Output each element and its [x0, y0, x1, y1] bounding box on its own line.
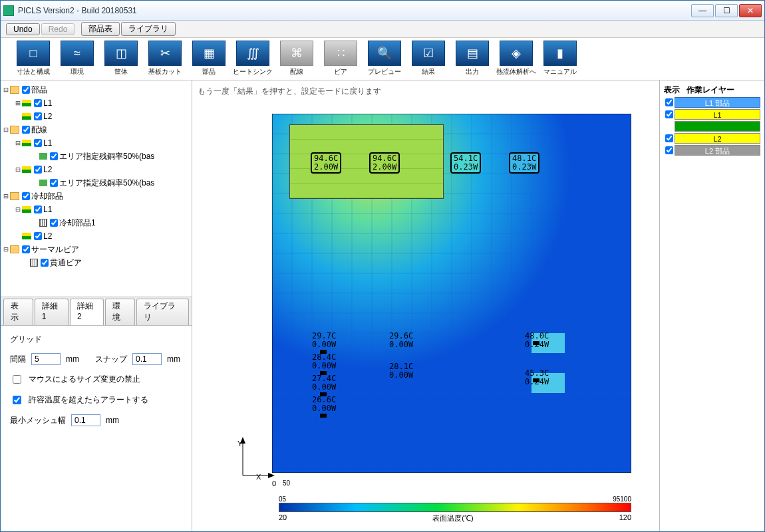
tree-checkbox[interactable]	[34, 112, 42, 120]
layer-swatch-dielectric[interactable]	[675, 121, 760, 132]
toolbar-label: 基板カット	[148, 67, 182, 76]
lock-mouse-resize-checkbox[interactable]	[13, 375, 21, 384]
layer-visible-checkbox[interactable]	[665, 98, 673, 106]
layer-swatch-l2[interactable]: L2	[675, 133, 760, 144]
tab-library[interactable]: ライブラリ	[136, 299, 189, 325]
temp-alert-checkbox[interactable]	[13, 396, 21, 404]
tree-label: L1	[43, 205, 52, 214]
component-box: 54.1C0.23W	[450, 152, 481, 174]
tree-checkbox[interactable]	[41, 259, 49, 267]
area-icon	[39, 180, 47, 186]
tree-checkbox[interactable]	[50, 219, 58, 227]
temp-label: 26.6C0.00W	[312, 396, 336, 413]
svg-marker-4	[240, 437, 245, 444]
edit-toolbar: Undo Redo 部品表 ライブラリ	[1, 21, 764, 38]
colorbar-title: 表面温度(℃)	[432, 513, 473, 523]
tree-checkbox[interactable]	[34, 139, 42, 147]
library-button[interactable]: ライブラリ	[121, 22, 176, 36]
temp-label: 28.1C0.00W	[389, 362, 413, 380]
layer-visible-checkbox[interactable]	[665, 110, 673, 118]
toolbar-icon: ◫	[104, 41, 138, 66]
detail2-panel: グリッド 間隔 mm スナップ mm マウスによるサイズ変更の禁止 許容温度を超	[1, 325, 192, 531]
toolbar-icon: ▮	[543, 41, 577, 66]
toolbar-icon: ⌘	[280, 41, 313, 66]
layer-icon	[22, 206, 31, 213]
toolbar-プレビュー[interactable]: 🔍プレビュー	[364, 39, 405, 78]
layer-visible-checkbox[interactable]	[665, 146, 673, 154]
toolbar-出力[interactable]: ▤出力	[452, 39, 493, 78]
grid-spacing-input[interactable]	[31, 353, 61, 365]
tab-detail2[interactable]: 詳細2	[70, 299, 104, 325]
toolbar-icon: ∷	[324, 41, 357, 66]
tree-checkbox[interactable]	[22, 192, 30, 200]
tree-checkbox[interactable]	[22, 245, 30, 253]
min-mesh-input[interactable]	[71, 414, 100, 426]
tree-label: L2	[43, 231, 52, 241]
heatmap: 94.6C2.00W 94.6C2.00W 54.1C0.23W 48.1C0.…	[272, 114, 631, 473]
tree-label: エリア指定残銅率50%(bas	[59, 178, 154, 189]
tab-env[interactable]: 環境	[105, 299, 135, 325]
close-button[interactable]: ✕	[739, 4, 762, 17]
toolbar-熱流体解析へ[interactable]: ◈熱流体解析へ	[496, 39, 537, 78]
left-panel: ⊟部品 ⊞L1 L2 ⊟配線 ⊟L1 エリア指定残銅率50%(bas ⊟L2 エ…	[1, 80, 192, 531]
pin-icon	[533, 378, 539, 382]
layer-panel: 表示 作業レイヤー L1 部品 L1 L2 L2 部品	[659, 80, 764, 531]
folder-icon	[10, 192, 19, 200]
tree-checkbox[interactable]	[34, 205, 42, 213]
tree-checkbox[interactable]	[34, 99, 42, 107]
via-icon	[30, 259, 38, 267]
canvas[interactable]: もう一度「結果」を押すと、設定モードに戻ります	[192, 80, 659, 531]
lock-mouse-resize-label: マウスによるサイズ変更の禁止	[29, 374, 140, 385]
toolbar-部品[interactable]: ▦部品	[188, 39, 230, 78]
toolbar-基板カット[interactable]: ✂基板カット	[144, 39, 186, 78]
tree-checkbox[interactable]	[22, 126, 30, 134]
maximize-button[interactable]: ☐	[715, 4, 738, 17]
temp-label: 28.4C0.00W	[312, 353, 336, 370]
toolbar-マニュアル[interactable]: ▮マニュアル	[539, 39, 581, 78]
tab-display[interactable]: 表示	[3, 299, 33, 325]
temp-label: 29.7C0.00W	[312, 332, 336, 349]
layer-visible-checkbox[interactable]	[665, 134, 673, 142]
tab-detail1[interactable]: 詳細1	[35, 299, 69, 325]
layer-swatch-l1parts[interactable]: L1 部品	[675, 97, 760, 108]
model-tree[interactable]: ⊟部品 ⊞L1 L2 ⊟配線 ⊟L1 エリア指定残銅率50%(bas ⊟L2 エ…	[1, 80, 192, 297]
tree-checkbox[interactable]	[50, 152, 58, 160]
temp-label: 29.6C0.00W	[389, 332, 413, 349]
layer-swatch-l1[interactable]: L1	[675, 109, 760, 120]
toolbar-ヒートシンク[interactable]: ∭ヒートシンク	[232, 39, 273, 78]
right-header-display: 表示	[664, 84, 687, 96]
panel-tabs: 表示 詳細1 詳細2 環境 ライブラリ	[1, 297, 192, 325]
layer-swatch-l2parts[interactable]: L2 部品	[675, 145, 760, 156]
minimize-button[interactable]: —	[691, 4, 714, 17]
undo-button[interactable]: Undo	[6, 23, 40, 35]
toolbar-icon: □	[17, 41, 50, 66]
toolbar-筐体[interactable]: ◫筐体	[100, 39, 142, 78]
tree-label: 冷却部品1	[59, 217, 96, 229]
window-title: PICLS Version2 - Build 20180531	[18, 6, 691, 15]
toolbar-結果[interactable]: ☑結果	[408, 39, 449, 78]
status-message: もう一度「結果」を押すと、設定モードに戻ります	[198, 86, 381, 97]
tree-checkbox[interactable]	[34, 232, 42, 240]
titlebar[interactable]: PICLS Version2 - Build 20180531 — ☐ ✕	[1, 1, 764, 21]
tree-checkbox[interactable]	[34, 166, 42, 174]
toolbar-配線[interactable]: ⌘配線	[276, 39, 317, 78]
toolbar-icon: ✂	[148, 41, 182, 66]
snap-input[interactable]	[132, 353, 162, 365]
colorbar-gradient	[279, 503, 631, 512]
tree-checkbox[interactable]	[22, 86, 30, 94]
toolbar-icon: ☑	[412, 41, 445, 66]
toolbar-寸法と構成[interactable]: □寸法と構成	[13, 39, 54, 78]
toolbar-label: ヒートシンク	[233, 67, 273, 76]
layer-icon	[22, 113, 31, 120]
tree-label: 配線	[31, 124, 47, 136]
toolbar-label: 出力	[466, 67, 479, 76]
redo-button[interactable]: Redo	[41, 23, 75, 35]
unit-mm: mm	[106, 416, 119, 425]
toolbar-ビア[interactable]: ∷ビア	[320, 39, 361, 78]
colorbar-high: 120	[619, 513, 631, 523]
toolbar-icon: 🔍	[368, 41, 401, 66]
tree-checkbox[interactable]	[50, 179, 58, 187]
folder-icon	[10, 86, 19, 94]
parts-list-button[interactable]: 部品表	[81, 22, 120, 36]
toolbar-環境[interactable]: ≈環境	[57, 39, 98, 78]
